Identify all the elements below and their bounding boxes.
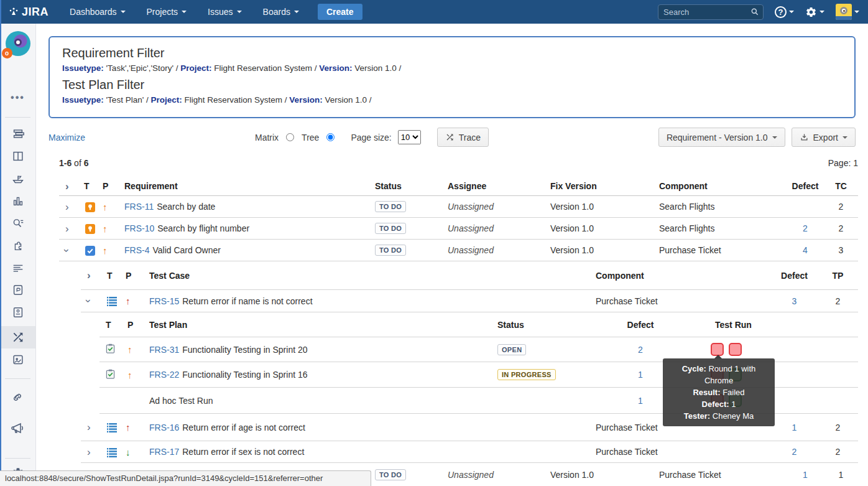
expand-icon[interactable]: › xyxy=(81,422,91,432)
defect-count-link[interactable]: 1 xyxy=(792,423,797,432)
expand-icon[interactable]: › xyxy=(81,447,91,457)
window-edge xyxy=(0,0,1,486)
search-input[interactable] xyxy=(658,4,764,20)
contacts-icon[interactable] xyxy=(11,306,25,319)
announcements-megaphone-icon[interactable] xyxy=(11,421,25,436)
col-tc: TC xyxy=(824,181,858,191)
tooltip-defect-label: Defect: xyxy=(702,400,729,409)
backlog-icon[interactable] xyxy=(11,127,25,141)
project-avatar[interactable]: o xyxy=(6,31,30,56)
assignee-value: Unassigned xyxy=(445,223,544,233)
priority-up-icon xyxy=(103,202,124,212)
board-icon[interactable] xyxy=(11,149,25,163)
expand-all-icon[interactable]: › xyxy=(59,181,69,192)
collapse-icon[interactable]: › xyxy=(83,299,94,303)
project-value: Flight Reservation System / xyxy=(185,95,287,105)
page-size-select[interactable]: 10 xyxy=(398,130,421,144)
defect-count-link[interactable]: 1 xyxy=(638,370,643,380)
test-case-header-row: › T P Test Case Component Defect TP xyxy=(81,261,858,290)
user-avatar xyxy=(836,4,852,20)
test-plan-header-row: T P Test Plan Status Defect Test Run xyxy=(99,312,858,337)
issue-key-link[interactable]: FRS-10 xyxy=(124,223,154,233)
scope-dropdown-button[interactable]: Requirement - Version 1.0 xyxy=(658,128,785,147)
defect-count-link[interactable]: 1 xyxy=(638,396,643,406)
priority-up-icon xyxy=(103,223,124,234)
requirement-row: › FRS-10Search by flight number TO DO Un… xyxy=(59,218,858,240)
trace-button[interactable]: Trace xyxy=(437,128,489,147)
issue-key-link[interactable]: FRS-4 xyxy=(124,245,149,255)
filter-panel: Requirement Filter Issuetype: 'Task','Ep… xyxy=(48,36,856,118)
export-dropdown-button[interactable]: Export xyxy=(792,128,856,147)
defect-count-link[interactable]: 1 xyxy=(803,470,808,480)
reports-chart-icon[interactable] xyxy=(11,194,25,208)
admin-menu[interactable] xyxy=(805,6,824,18)
test-plan-icon xyxy=(106,369,115,379)
issue-key-link[interactable]: FRS-15 xyxy=(149,296,179,306)
col-test-case: Test Case xyxy=(149,271,584,281)
nav-dashboards[interactable]: Dashboards xyxy=(70,7,126,17)
download-icon xyxy=(800,133,809,142)
col-defect: Defect xyxy=(616,320,665,330)
col-component: Component xyxy=(653,181,787,191)
tooltip-result-label: Result: xyxy=(693,388,720,397)
defect-count-link[interactable]: 2 xyxy=(803,223,808,233)
traceability-table: › T P Requirement Status Assignee Fix Ve… xyxy=(59,177,858,486)
tc-count: 2 xyxy=(824,223,858,233)
chevron-down-icon xyxy=(772,136,777,139)
more-icon[interactable]: ••• xyxy=(11,92,25,103)
media-image-icon[interactable] xyxy=(11,353,25,367)
nav-issues-label: Issues xyxy=(208,7,233,17)
issue-key-link[interactable]: FRS-31 xyxy=(149,345,179,355)
fix-version-value: Version 1.0 xyxy=(544,245,653,255)
issue-summary: Return error if name is not correct xyxy=(182,296,312,306)
version-value: Version 1.0 / xyxy=(354,63,401,73)
expand-icon[interactable]: › xyxy=(59,223,69,234)
tc-count: 3 xyxy=(824,245,858,255)
expand-icon[interactable]: › xyxy=(59,202,69,212)
links-icon[interactable] xyxy=(11,391,25,404)
col-type: T xyxy=(99,320,121,330)
tooltip-tester-value: Cheney Ma xyxy=(713,411,754,421)
test-case-icon xyxy=(107,423,117,432)
create-button[interactable]: Create xyxy=(318,4,362,20)
assignee-value: Unassigned xyxy=(445,202,544,212)
tooltip-cycle-label: Cycle: xyxy=(682,364,706,373)
expand-all-icon[interactable]: › xyxy=(81,270,91,281)
releases-ship-icon[interactable] xyxy=(11,172,25,185)
maximize-link[interactable]: Maximize xyxy=(48,133,85,143)
nav-boards-label: Boards xyxy=(263,7,290,17)
chevron-down-icon xyxy=(854,11,859,13)
issue-summary: Search by flight number xyxy=(157,223,249,233)
user-menu[interactable] xyxy=(836,4,859,20)
summary-lines-icon[interactable] xyxy=(11,261,25,275)
test-run-square[interactable] xyxy=(711,343,724,356)
issue-key-link[interactable]: FRS-16 xyxy=(149,423,179,432)
issue-key-link[interactable]: FRS-11 xyxy=(124,202,154,212)
search-icon[interactable] xyxy=(750,7,759,16)
col-type: T xyxy=(84,181,103,191)
defect-count-link[interactable]: 3 xyxy=(792,296,797,306)
nav-issues[interactable]: Issues xyxy=(208,7,241,17)
help-menu[interactable]: ? xyxy=(775,6,794,18)
defect-count-link[interactable]: 2 xyxy=(638,345,643,355)
nav-projects[interactable]: Projects xyxy=(147,7,187,17)
traceability-shuffle-icon[interactable] xyxy=(11,330,25,344)
tree-radio[interactable] xyxy=(326,133,335,141)
tooltip-cycle-value: Round 1 with Chrome xyxy=(704,364,755,385)
collapse-icon[interactable]: › xyxy=(62,248,72,252)
nav-boards[interactable]: Boards xyxy=(263,7,299,17)
issue-key-link[interactable]: FRS-17 xyxy=(149,447,179,457)
status-badge: TO DO xyxy=(375,245,406,256)
issues-search-icon[interactable] xyxy=(11,217,25,230)
defect-count-link[interactable]: 4 xyxy=(803,245,808,255)
matrix-radio[interactable] xyxy=(286,133,294,141)
test-run-square[interactable] xyxy=(729,343,742,356)
add-ons-puzzle-icon[interactable] xyxy=(11,239,25,253)
defect-count-link[interactable]: 2 xyxy=(792,447,797,457)
component-value: Purchase Ticket xyxy=(584,447,771,457)
col-defect: Defect xyxy=(771,271,818,281)
jira-logo[interactable]: JIRA xyxy=(9,6,48,19)
issue-summary: Return error if age is not correct xyxy=(182,423,305,432)
pages-icon[interactable] xyxy=(11,283,25,297)
issue-key-link[interactable]: FRS-22 xyxy=(149,370,179,380)
